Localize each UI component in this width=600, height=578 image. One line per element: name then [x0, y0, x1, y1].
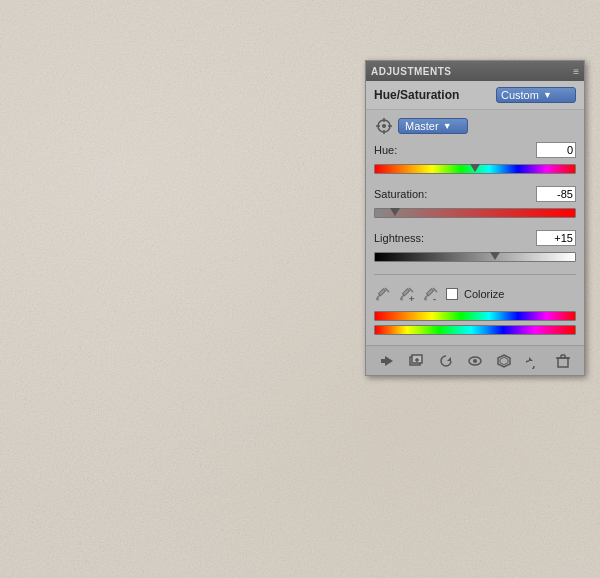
saturation-slider-row: Saturation: -85: [374, 186, 576, 222]
separator-1: [374, 274, 576, 275]
panel-header: Hue/Saturation Custom ▼: [366, 81, 584, 110]
hue-slider-row: Hue: 0: [374, 142, 576, 178]
panel-titlebar: ADJUSTMENTS ≡: [366, 61, 584, 81]
hue-track[interactable]: [374, 164, 576, 174]
target-icon: [374, 116, 394, 136]
visibility-button[interactable]: [464, 350, 486, 372]
svg-point-13: [400, 298, 403, 301]
channel-arrow-icon: ▼: [443, 121, 461, 131]
new-layer-icon: [408, 353, 424, 369]
preset-dropdown[interactable]: Custom ▼: [496, 87, 576, 103]
add-sample-tool[interactable]: +: [398, 285, 416, 303]
svg-text:+: +: [409, 294, 414, 302]
lightness-track[interactable]: [374, 252, 576, 262]
back-arrow-icon: [379, 353, 395, 369]
eyedropper-icon: [375, 286, 391, 302]
svg-point-27: [473, 359, 477, 363]
visibility-icon: [467, 353, 483, 369]
mask-icon: [496, 353, 512, 369]
channel-row: Master ▼: [374, 116, 576, 136]
hue-label: Hue:: [374, 144, 397, 156]
svg-point-18: [424, 298, 427, 301]
lightness-track-container: [374, 248, 576, 266]
hue-value-input[interactable]: 0: [536, 142, 576, 158]
saturation-value: -85: [557, 188, 573, 200]
reset-icon: [438, 353, 454, 369]
preset-label: Custom: [501, 89, 539, 101]
background: ADJUSTMENTS ≡ Hue/Saturation Custom ▼: [0, 0, 600, 578]
eyedropper-add-icon: +: [399, 286, 415, 302]
panel-body: Master ▼ Hue: 0: [366, 110, 584, 345]
lightness-label: Lightness:: [374, 232, 424, 244]
refresh-button[interactable]: [523, 350, 545, 372]
adjustments-panel: ADJUSTMENTS ≡ Hue/Saturation Custom ▼: [365, 60, 585, 376]
colorize-label: Colorize: [464, 288, 504, 300]
bottom-toolbar: [366, 345, 584, 375]
back-button[interactable]: [376, 350, 398, 372]
saturation-track-container: [374, 204, 576, 222]
color-bar-spectrum-top: [374, 311, 576, 321]
svg-point-1: [382, 124, 386, 128]
svg-marker-25: [447, 357, 451, 361]
delete-icon: [555, 353, 571, 369]
svg-marker-28: [529, 357, 533, 361]
saturation-track[interactable]: [374, 208, 576, 218]
hue-value: 0: [567, 144, 573, 156]
refresh-icon: [526, 353, 542, 369]
lightness-value-input[interactable]: +15: [536, 230, 576, 246]
svg-text:-: -: [433, 294, 436, 302]
delete-button[interactable]: [552, 350, 574, 372]
channel-label: Master: [405, 120, 439, 132]
subtract-sample-tool[interactable]: -: [422, 285, 440, 303]
hue-thumb[interactable]: [470, 166, 480, 176]
svg-marker-20: [381, 356, 393, 366]
color-bars: [374, 311, 576, 335]
saturation-thumb[interactable]: [390, 210, 400, 220]
svg-rect-29: [558, 358, 568, 367]
target-svg: [375, 117, 393, 135]
lightness-slider-row: Lightness: +15: [374, 230, 576, 266]
mask-button[interactable]: [493, 350, 515, 372]
preset-arrow-icon: ▼: [543, 90, 571, 100]
colorize-checkbox[interactable]: [446, 288, 458, 300]
lightness-thumb[interactable]: [490, 254, 500, 264]
eyedropper-tool[interactable]: [374, 285, 392, 303]
lightness-value: +15: [554, 232, 573, 244]
eyedropper-subtract-icon: -: [423, 286, 439, 302]
new-layer-button[interactable]: [405, 350, 427, 372]
hue-track-container: [374, 160, 576, 178]
reset-button[interactable]: [435, 350, 457, 372]
svg-point-9: [376, 298, 379, 301]
tools-colorize-row: + - Colorize: [374, 285, 576, 303]
channel-dropdown[interactable]: Master ▼: [398, 118, 468, 134]
panel-header-title: Hue/Saturation: [374, 88, 459, 102]
panel-menu-icon[interactable]: ≡: [573, 66, 579, 77]
panel-title: ADJUSTMENTS: [371, 66, 452, 77]
saturation-value-input[interactable]: -85: [536, 186, 576, 202]
saturation-label: Saturation:: [374, 188, 427, 200]
color-bar-spectrum-bottom: [374, 325, 576, 335]
